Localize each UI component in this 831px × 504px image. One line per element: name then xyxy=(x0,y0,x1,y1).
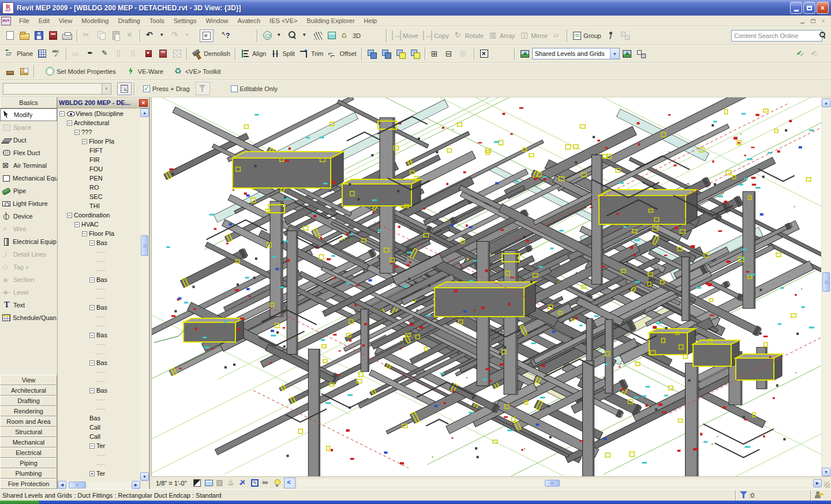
crop-view-button[interactable] xyxy=(238,477,249,488)
collapse-icon[interactable]: − xyxy=(89,240,95,246)
print-button[interactable] xyxy=(60,29,74,42)
detail-level-button[interactable] xyxy=(192,477,203,488)
menu-drafting[interactable]: Drafting xyxy=(113,16,145,25)
scroll-thumb[interactable] xyxy=(822,272,830,292)
sidebar-tab-fire-protection[interactable]: Fire Protection xyxy=(0,479,57,489)
sidebar-tab-room-and-area[interactable]: Room and Area xyxy=(0,416,57,427)
collapse-icon[interactable]: − xyxy=(89,333,95,338)
tree-item-sec[interactable]: SEC xyxy=(58,192,140,201)
tree-item-bas[interactable]: Bas xyxy=(58,413,140,423)
document-minimize-button[interactable] xyxy=(798,17,807,25)
scroll-up-arrow-icon[interactable]: ▲ xyxy=(822,99,830,107)
tree-stub-row[interactable] xyxy=(58,284,140,294)
undo-dropdown[interactable] xyxy=(158,29,169,42)
checked-checkbox-icon[interactable]: ✓ xyxy=(143,85,150,92)
pin-button[interactable] xyxy=(604,29,618,42)
tree-item-bas[interactable]: −Bas xyxy=(58,275,140,284)
search-icon[interactable] xyxy=(818,31,827,40)
tree-stub-row[interactable] xyxy=(58,257,140,266)
sidebar-tab-structural[interactable]: Structural xyxy=(0,427,57,437)
tree-item-bas[interactable]: −Bas xyxy=(58,358,140,367)
shadows-button[interactable] xyxy=(215,477,226,488)
tree-item-ter[interactable]: +Ter xyxy=(58,469,140,478)
menu-file[interactable]: File xyxy=(14,16,34,25)
sidebar-tab-mechanical[interactable]: Mechanical xyxy=(0,437,57,447)
tree-stub-row[interactable] xyxy=(58,349,140,358)
menu-building-explorer[interactable]: Building Explorer xyxy=(302,16,359,25)
yellow-link-button-1[interactable] xyxy=(394,47,408,61)
rendering-dialog-button[interactable] xyxy=(226,477,238,488)
blue-link-button-1[interactable] xyxy=(365,47,379,61)
transfer-standards-button[interactable] xyxy=(46,29,60,42)
active-workset-image-button[interactable] xyxy=(518,47,532,61)
tree-item-floor-pla[interactable]: −Floor Pla xyxy=(58,137,140,146)
minimize-button[interactable] xyxy=(790,2,802,14)
restore-button[interactable] xyxy=(803,2,815,14)
collapse-icon[interactable]: − xyxy=(89,360,95,366)
menu-avatech[interactable]: Avatech xyxy=(233,16,265,25)
sidebar-item-light-fixture[interactable]: Light Fixture xyxy=(0,197,57,210)
context-help-button[interactable] xyxy=(219,29,234,42)
sidebar-item-air-terminal[interactable]: Air Terminal xyxy=(0,159,57,172)
scroll-right-arrow-icon[interactable]: ▶ xyxy=(132,481,140,489)
scroll-down-arrow-icon[interactable]: ▼ xyxy=(140,472,149,481)
split-face-button[interactable] xyxy=(156,47,170,60)
scroll-thumb[interactable] xyxy=(545,480,560,487)
menu-help[interactable]: Help xyxy=(360,16,382,25)
tree-stub-row[interactable] xyxy=(58,321,140,330)
tree-item-thi[interactable]: THI xyxy=(58,201,140,210)
tree-stub-row[interactable] xyxy=(58,266,140,275)
collapse-view-bar-button[interactable] xyxy=(284,477,295,488)
edit-wall-joins-button[interactable] xyxy=(428,47,443,61)
workset-tool-button-2[interactable] xyxy=(17,65,31,78)
tree-item-fir[interactable]: FIR xyxy=(58,155,140,164)
spelling-button[interactable] xyxy=(49,47,63,61)
work-plane-button[interactable]: Plane xyxy=(3,47,35,61)
resize-grip[interactable] xyxy=(822,477,831,489)
properties-button[interactable] xyxy=(117,82,132,95)
view-vertical-scrollbar[interactable]: ▲ ▼ xyxy=(822,99,831,476)
align-button[interactable]: Align xyxy=(238,47,268,61)
workset-combobox[interactable]: Shared Levels and Grids▼ xyxy=(532,48,620,59)
scroll-thumb[interactable] xyxy=(69,482,86,488)
workset-editable-button[interactable] xyxy=(620,47,634,61)
offset-button[interactable]: Offset xyxy=(325,47,358,61)
dynamically-modify-view-button[interactable] xyxy=(325,29,339,42)
content-search-box[interactable] xyxy=(731,30,822,42)
tree-stub-row[interactable] xyxy=(58,450,140,460)
sidebar-tab-piping[interactable]: Piping xyxy=(0,458,57,468)
match-type-button[interactable] xyxy=(84,47,98,61)
collapse-icon[interactable]: − xyxy=(67,121,72,126)
editable-only-checkbox[interactable]: Editable Only xyxy=(231,85,278,92)
show-crop-region-button[interactable] xyxy=(249,477,261,488)
close-button[interactable]: × xyxy=(817,2,829,14)
tree-stub-row[interactable] xyxy=(58,367,140,377)
collapse-icon[interactable]: − xyxy=(89,388,95,393)
basics-tab-header[interactable]: Basics xyxy=(0,97,57,108)
sidebar-item-modify[interactable]: Modify xyxy=(0,108,57,121)
menu-window[interactable]: Window xyxy=(201,16,233,25)
menu-ies-ve[interactable]: IES <VE> xyxy=(265,16,302,25)
tree-item-call[interactable]: Call xyxy=(58,423,140,432)
spin-view-button[interactable] xyxy=(260,29,275,42)
document-close-button[interactable]: × xyxy=(819,17,828,25)
sidebar-tab-rendering[interactable]: Rendering xyxy=(0,406,57,416)
set-model-properties-button[interactable]: Set Model Properties xyxy=(43,65,118,78)
chevron-down-icon[interactable]: ▼ xyxy=(610,48,619,59)
sidebar-item-text[interactable]: Text xyxy=(0,299,57,311)
tree-item-[interactable]: −??? xyxy=(58,127,140,137)
ve-ware-button[interactable]: VE-Ware xyxy=(124,65,166,78)
tree-stub-row[interactable] xyxy=(58,395,140,404)
unchecked-checkbox-icon[interactable] xyxy=(231,85,238,92)
collapse-icon[interactable]: − xyxy=(67,213,72,218)
view-horizontal-scrollbar[interactable] xyxy=(298,479,813,487)
tree-item-hvac[interactable]: −HVAC xyxy=(58,220,140,229)
tree-stub-row[interactable] xyxy=(58,294,140,303)
scroll-down-arrow-icon[interactable]: ▼ xyxy=(822,468,830,476)
zoom-dropdown[interactable] xyxy=(300,29,311,42)
tree-item-fift[interactable]: FIFT xyxy=(58,146,140,155)
menu-view[interactable]: View xyxy=(54,16,77,25)
tree-item-views-discipline[interactable]: −Views (Discipline xyxy=(58,109,140,118)
workset-tool-button-1[interactable] xyxy=(3,66,17,77)
tree-stub-row[interactable] xyxy=(58,312,140,321)
